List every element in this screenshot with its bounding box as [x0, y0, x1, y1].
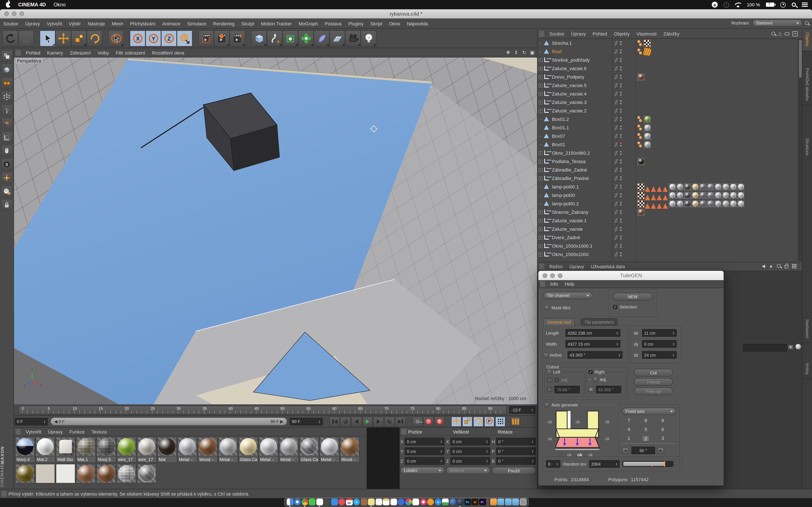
material-tag-icon[interactable] — [722, 191, 729, 199]
material-tag-icon[interactable] — [714, 191, 721, 199]
visibility-dot[interactable] — [620, 143, 622, 144]
editor-toggle-icon[interactable] — [614, 49, 619, 55]
expander-icon[interactable]: – — [538, 125, 544, 130]
material-Mat.2[interactable]: Mat.2 — [36, 437, 55, 463]
add-light-button[interactable] — [361, 30, 376, 46]
tab-objekty[interactable]: Objekty — [802, 29, 812, 51]
material-tag-icon[interactable] — [699, 200, 706, 207]
live-selection-button[interactable] — [40, 30, 55, 46]
editor-toggle-icon[interactable] — [614, 40, 619, 46]
visibility-dot[interactable] — [620, 69, 622, 70]
material-row2-4[interactable] — [96, 464, 116, 483]
object-row[interactable]: +Okno_1500x1000.1 — [538, 242, 802, 250]
material-tag-icon[interactable] — [669, 191, 676, 199]
tuilegen-dialog[interactable]: TuileGEN Info Help Tile channel NEW ✓ Se… — [538, 270, 724, 486]
go-to-end-button[interactable] — [395, 416, 406, 427]
pan-icon[interactable]: ✥ — [505, 49, 511, 56]
editor-toggle-icon[interactable] — [614, 99, 619, 105]
material-Wood –[interactable]: Wood – — [198, 437, 218, 463]
material-tag-icon[interactable] — [737, 183, 744, 190]
expander-icon[interactable]: + — [538, 210, 544, 214]
incline-checkbox[interactable] — [544, 352, 548, 357]
expander-icon[interactable]: + — [538, 58, 544, 62]
object-row[interactable]: +Zaluzie_vacsie.4 — [538, 90, 802, 98]
dock-notes-icon[interactable] — [383, 499, 390, 505]
texture-tag-icon[interactable] — [644, 40, 651, 47]
go-to-start-button[interactable] — [329, 416, 340, 427]
material-tag-icon[interactable] — [676, 183, 683, 190]
om-menu-pohled[interactable]: Pohled — [589, 31, 611, 36]
material-tag-icon[interactable] — [714, 183, 721, 190]
expander-icon[interactable]: – — [538, 134, 544, 138]
visibility-dot[interactable] — [620, 185, 622, 186]
dock-calendar-icon[interactable]: 22 — [346, 499, 353, 505]
expander-icon[interactable]: + — [538, 109, 544, 113]
texture-tag-icon[interactable] — [637, 183, 645, 190]
viewport-3d[interactable]: Y X Z Perspektiva Rozteč mřížky : 1000 c… — [14, 57, 537, 404]
viewport-menu-kamery[interactable]: Kamery — [44, 50, 67, 55]
tab-vrstvy[interactable]: Vrstvy — [802, 359, 812, 379]
cut-button[interactable]: Cut — [634, 369, 673, 377]
editor-toggle-icon[interactable] — [614, 57, 619, 63]
expander-icon[interactable]: + — [538, 218, 544, 223]
object-row[interactable]: +Zaluzie_vacsie.5 — [538, 81, 802, 90]
material-tag-icon[interactable] — [737, 191, 744, 199]
visibility-dot[interactable] — [620, 58, 622, 60]
am-menu-u-ivatelsk-data[interactable]: Uživatelská data — [588, 264, 628, 269]
material-tag-icon[interactable] — [722, 200, 729, 207]
coord-field-velikost-z[interactable]: 0 cm▲▼ — [450, 457, 490, 465]
visibility-dot[interactable] — [620, 94, 622, 96]
dock-folder-blue-icon[interactable] — [512, 499, 519, 505]
coord-field-pozice-y[interactable]: 0 cm▲▼ — [405, 447, 445, 455]
object-row[interactable]: +Zábradlie_Zadné — [538, 166, 802, 174]
material-Glass Ca[interactable]: Glass Ca — [239, 437, 258, 463]
om-menu-vlastnosti[interactable]: Vlastnosti — [633, 31, 660, 36]
editor-toggle-icon[interactable] — [614, 251, 619, 257]
editor-toggle-icon[interactable] — [614, 116, 619, 122]
visibility-dot[interactable] — [620, 49, 622, 51]
render-region-button[interactable] — [214, 30, 230, 46]
tab-struktura[interactable]: Struktura — [802, 135, 812, 160]
dock-pocket-icon[interactable] — [338, 499, 345, 505]
material-Wall-Stu[interactable]: Wall-Stu — [56, 437, 76, 463]
expander-icon[interactable]: + — [538, 159, 544, 164]
object-row[interactable]: –Roof — [538, 47, 802, 56]
app-menu-item-okno[interactable]: Okno — [386, 21, 403, 26]
tuilegen-menu-info[interactable]: Info — [547, 281, 561, 286]
material-tag-icon[interactable] — [692, 200, 699, 207]
visibility-dot[interactable] — [620, 128, 622, 130]
menubar-app-name[interactable]: CINEMA 4D — [18, 2, 46, 8]
texture-tag-icon[interactable] — [637, 200, 645, 207]
editor-toggle-icon[interactable] — [614, 218, 619, 224]
visibility-dot[interactable] — [620, 227, 622, 229]
coord-field-rotace-b[interactable]: 0 °▲▼ — [496, 457, 536, 465]
auto-generate-checkbox[interactable] — [544, 403, 549, 407]
lock-x-button[interactable]: X — [130, 30, 146, 46]
undo-button[interactable] — [3, 30, 18, 46]
dz-field[interactable]: 24 cm▲▼ — [642, 351, 677, 359]
material-Metal –[interactable]: Metal – — [320, 437, 340, 463]
dock-app-store-icon[interactable]: A — [435, 499, 441, 505]
dock-photos-flower-icon[interactable] — [405, 499, 412, 505]
dock-reminders-icon[interactable] — [390, 499, 397, 505]
keypad-9[interactable]: 9 — [659, 418, 666, 423]
visibility-dot[interactable] — [620, 235, 622, 237]
viewport-filter-button[interactable] — [1, 145, 12, 156]
editor-toggle-icon[interactable] — [614, 65, 619, 71]
material-tag-icon[interactable] — [676, 191, 683, 199]
visibility-dot[interactable] — [620, 66, 622, 68]
expander-icon[interactable]: + — [538, 151, 544, 155]
phong-tag-icon[interactable] — [637, 132, 643, 139]
material-tag-icon[interactable] — [644, 141, 651, 148]
editor-toggle-icon[interactable] — [614, 209, 619, 215]
dy-field[interactable]: 0 cm▲▼ — [642, 340, 677, 348]
last-tool-button[interactable] — [108, 30, 124, 46]
material-tag-icon[interactable] — [676, 200, 683, 207]
coord-field-rotace-p[interactable]: 0 °▲▼ — [496, 447, 536, 455]
visibility-dot[interactable] — [620, 44, 622, 45]
keypad-3[interactable]: 3 — [659, 436, 666, 441]
material-Metal –[interactable]: Metal – — [279, 437, 299, 463]
material-row2-5[interactable] — [117, 464, 137, 483]
spotlight-search-icon[interactable] — [792, 3, 796, 7]
next-frame-button[interactable] — [373, 416, 384, 427]
